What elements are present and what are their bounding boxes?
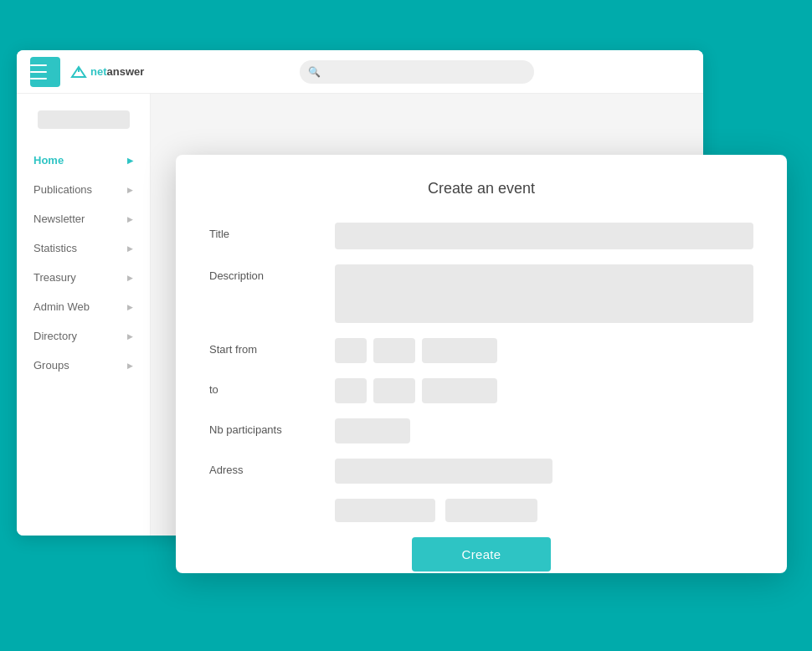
title-input[interactable] (335, 223, 753, 249)
start-from-label: Start from (209, 338, 335, 356)
address-field-row: Adress (209, 459, 753, 484)
start-from-field-row: Start from (209, 338, 753, 363)
chevron-right-icon: ▶ (127, 244, 133, 253)
sidebar-item-treasury-label: Treasury (33, 271, 76, 284)
sidebar-item-home-label: Home (33, 154, 64, 167)
logo: netanswer (70, 64, 144, 80)
start-month-input[interactable] (373, 338, 415, 363)
modal-footer: Create (209, 537, 753, 572)
description-input[interactable] (335, 264, 753, 323)
chevron-right-icon: ▶ (127, 361, 133, 370)
start-year-input[interactable] (422, 338, 497, 363)
sidebar-item-groups-label: Groups (33, 359, 69, 372)
sidebar-item-directory-label: Directory (33, 330, 77, 342)
start-date-group (335, 338, 497, 363)
sidebar-item-directory[interactable]: Directory ▶ (17, 321, 150, 351)
create-button[interactable]: Create (412, 537, 552, 572)
sidebar-item-publications[interactable]: Publications ▶ (17, 175, 150, 204)
sidebar-item-statistics[interactable]: Statistics ▶ (17, 233, 150, 263)
hamburger-icon (30, 64, 47, 79)
end-month-input[interactable] (373, 378, 415, 403)
chevron-right-icon: ▶ (127, 303, 133, 311)
sidebar-item-treasury[interactable]: Treasury ▶ (17, 263, 150, 292)
address-label: Adress (209, 459, 335, 476)
address-city-input[interactable] (335, 499, 435, 522)
description-field-row: Description (209, 264, 753, 323)
hamburger-button[interactable] (30, 57, 60, 87)
nb-participants-row: Nb participants (209, 418, 753, 443)
sidebar-item-groups[interactable]: Groups ▶ (17, 351, 150, 380)
title-field-row: Title (209, 223, 753, 249)
chevron-right-icon: ▶ (127, 332, 133, 341)
nb-participants-label: Nb participants (209, 418, 335, 436)
search-bar[interactable]: 🔍 (300, 60, 534, 84)
address-input[interactable] (335, 459, 552, 484)
sidebar-item-home[interactable]: Home ▶ (17, 146, 150, 175)
sidebar-item-publications-label: Publications (33, 183, 92, 196)
end-day-input[interactable] (335, 378, 367, 403)
sidebar-item-newsletter[interactable]: Newsletter ▶ (17, 204, 150, 233)
chevron-right-icon: ▶ (127, 274, 133, 282)
logo-icon (70, 64, 87, 80)
nb-participants-input[interactable] (335, 418, 410, 443)
end-year-input[interactable] (422, 378, 497, 403)
chevron-right-icon: ▶ (127, 186, 133, 194)
to-field-row: to (209, 378, 753, 403)
end-date-group (335, 378, 497, 403)
search-icon: 🔍 (308, 66, 321, 78)
to-label: to (209, 378, 335, 396)
topbar: netanswer 🔍 (17, 50, 703, 94)
start-day-input[interactable] (335, 338, 367, 363)
title-label: Title (209, 223, 335, 240)
address-zip-input[interactable] (445, 499, 537, 522)
logo-text: netanswer (90, 65, 144, 78)
sidebar-search-placeholder (38, 110, 130, 129)
sidebar-item-newsletter-label: Newsletter (33, 213, 85, 225)
sidebar-item-statistics-label: Statistics (33, 242, 77, 254)
sidebar-item-adminweb-label: Admin Web (33, 300, 90, 313)
sidebar: Home ▶ Publications ▶ Newsletter ▶ Stati… (17, 94, 151, 536)
chevron-right-icon: ▶ (127, 156, 133, 165)
chevron-right-icon: ▶ (127, 215, 133, 223)
address-row2 (335, 499, 753, 522)
description-label: Description (209, 264, 335, 282)
sidebar-item-adminweb[interactable]: Admin Web ▶ (17, 292, 150, 321)
create-event-modal: Create an event Title Description Start … (176, 155, 787, 573)
modal-title: Create an event (209, 180, 753, 197)
